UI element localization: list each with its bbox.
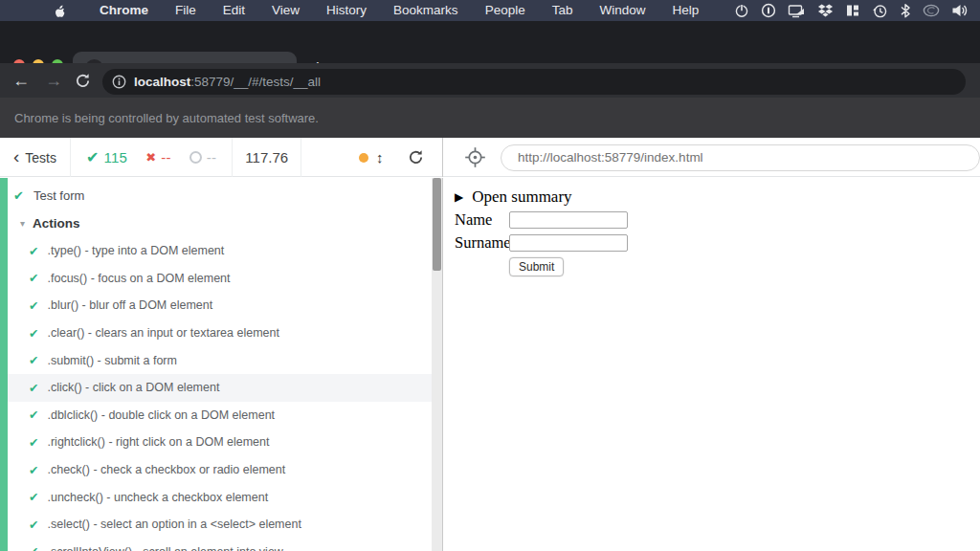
check-icon: ✔ bbox=[29, 435, 38, 450]
aut-frame: ▶ Open summary Name Surname Submit bbox=[444, 178, 980, 551]
test-item-type[interactable]: ✔ .type() - type into a DOM element bbox=[8, 237, 433, 265]
viewport-scale-icon[interactable]: ↕ bbox=[376, 149, 384, 165]
pending-count: -- bbox=[207, 149, 217, 165]
check-icon: ✔ bbox=[29, 298, 38, 313]
aut-url-input[interactable] bbox=[501, 144, 980, 171]
site-info-icon[interactable] bbox=[112, 75, 126, 89]
test-item-label: .type() - type into a DOM element bbox=[47, 244, 224, 257]
test-item-select[interactable]: ✔ .select() - select an option in a <sel… bbox=[8, 511, 433, 539]
suite-pass-strip bbox=[0, 178, 8, 551]
macos-menubar: Chrome File Edit View History Bookmarks … bbox=[0, 0, 980, 21]
check-icon: ✔ bbox=[29, 518, 38, 532]
menu-file[interactable]: File bbox=[162, 0, 210, 21]
test-item-label: .select() - select an option in a <selec… bbox=[47, 518, 301, 531]
runner-header: ‹ Tests ✔ 115 ✖ -- -- 117.76 bbox=[0, 138, 980, 177]
test-stats: ✔ 115 ✖ -- -- bbox=[71, 138, 233, 177]
menu-help[interactable]: Help bbox=[658, 0, 712, 21]
passed-count: 115 bbox=[103, 149, 127, 165]
test-item-focus[interactable]: ✔ .focus() - focus on a DOM element bbox=[8, 265, 433, 293]
test-item-uncheck[interactable]: ✔ .uncheck() - uncheck a checkbox elemen… bbox=[8, 483, 433, 511]
test-item-blur[interactable]: ✔ .blur() - blur off a DOM element bbox=[8, 292, 433, 320]
test-item-label: .clear() - clears an input or textarea e… bbox=[47, 326, 278, 340]
test-item-label: .focus() - focus on a DOM element bbox=[47, 272, 230, 285]
menu-people[interactable]: People bbox=[472, 0, 539, 21]
menu-edit[interactable]: Edit bbox=[210, 0, 258, 21]
window-tiles-icon[interactable] bbox=[845, 3, 860, 18]
automation-banner-text: Chrome is being controlled by automated … bbox=[14, 111, 319, 125]
surname-row: Surname bbox=[455, 233, 980, 253]
menu-chrome[interactable]: Chrome bbox=[86, 0, 162, 21]
stat-pending[interactable]: -- bbox=[189, 149, 217, 165]
surname-label: Surname bbox=[455, 233, 509, 253]
surname-input[interactable] bbox=[509, 234, 628, 252]
test-item-scrollintoview[interactable]: ✔ .scrollIntoView() - scroll an element … bbox=[8, 539, 433, 551]
back-icon[interactable]: ← bbox=[8, 63, 34, 98]
test-item-label: .blur() - blur off a DOM element bbox=[47, 298, 212, 312]
name-input[interactable] bbox=[509, 211, 628, 229]
test-item-label: .uncheck() - uncheck a checkbox element bbox=[47, 491, 268, 504]
back-to-tests-button[interactable]: ‹ Tests bbox=[0, 138, 71, 177]
check-icon: ✔ bbox=[13, 188, 24, 203]
summary-label: Open summary bbox=[472, 187, 571, 207]
menu-history[interactable]: History bbox=[313, 0, 380, 21]
suite-title: Test form bbox=[33, 188, 84, 203]
triangle-right-icon: ▶ bbox=[455, 190, 463, 205]
apple-menu[interactable] bbox=[53, 3, 67, 19]
time-machine-icon[interactable] bbox=[872, 3, 888, 19]
menubar-status-icons bbox=[734, 3, 980, 19]
test-list-scrollbar[interactable] bbox=[432, 178, 442, 551]
test-item-dblclick[interactable]: ✔ .dblclick() - double click on a DOM el… bbox=[8, 402, 433, 430]
back-to-tests-label: Tests bbox=[25, 150, 56, 165]
dropbox-icon[interactable] bbox=[817, 3, 834, 18]
forward-icon[interactable]: → bbox=[40, 63, 67, 98]
bluetooth-icon[interactable] bbox=[900, 3, 911, 19]
url-path: :58779/__/#/tests/__all bbox=[190, 75, 321, 89]
cypress-runner: ‹ Tests ✔ 115 ✖ -- -- 117.76 bbox=[0, 138, 980, 551]
check-icon: ✔ bbox=[29, 463, 38, 477]
test-item-submit[interactable]: ✔ .submit() - submit a form bbox=[8, 346, 433, 374]
submit-button[interactable]: Submit bbox=[509, 257, 564, 276]
url-host: localhost bbox=[134, 75, 190, 89]
submit-row: Submit bbox=[455, 257, 980, 276]
automation-banner: Chrome is being controlled by automated … bbox=[0, 98, 980, 138]
menu-tab[interactable]: Tab bbox=[539, 0, 587, 21]
test-item-label: .rightclick() - right click on a DOM ele… bbox=[47, 435, 269, 449]
test-item-label: .scrollIntoView() - scroll an element in… bbox=[47, 545, 282, 551]
menu-view[interactable]: View bbox=[258, 0, 313, 21]
address-bar[interactable]: localhost:58779/__/#/tests/__all bbox=[102, 69, 966, 95]
check-icon: ✔ bbox=[29, 353, 38, 367]
scrollbar-thumb[interactable] bbox=[433, 178, 441, 271]
restart-tests-button[interactable] bbox=[407, 148, 425, 166]
test-item-check[interactable]: ✔ .check() - check a checkbox or radio e… bbox=[8, 456, 433, 484]
volume-icon[interactable] bbox=[951, 3, 969, 18]
reporter-test-list: ✔ Test form ▾ Actions ✔ .type() - type i… bbox=[0, 178, 443, 551]
test-duration: 117.76 bbox=[233, 138, 301, 177]
test-list: ✔ Test form ▾ Actions ✔ .type() - type i… bbox=[8, 178, 433, 551]
caret-down-icon: ▾ bbox=[20, 218, 25, 229]
failed-count: -- bbox=[161, 149, 171, 165]
name-label: Name bbox=[455, 210, 509, 230]
info-circle-icon[interactable] bbox=[761, 3, 776, 18]
reload-icon[interactable] bbox=[71, 69, 94, 92]
passed-check-icon: ✔ bbox=[86, 148, 99, 166]
swirl-icon[interactable] bbox=[923, 3, 940, 18]
test-item-clear[interactable]: ✔ .clear() - clears an input or textarea… bbox=[8, 320, 433, 347]
screen-mirroring-icon[interactable] bbox=[788, 3, 806, 18]
selector-playground-icon[interactable] bbox=[464, 146, 486, 168]
chrome-toolbar: ← → localhost:58779/__/#/tests/__all bbox=[0, 63, 980, 98]
open-summary-details[interactable]: ▶ Open summary bbox=[455, 187, 980, 207]
apple-icon bbox=[53, 3, 67, 19]
stat-passed[interactable]: ✔ 115 bbox=[86, 148, 127, 166]
menu-window[interactable]: Window bbox=[586, 0, 658, 21]
power-icon[interactable] bbox=[734, 3, 749, 18]
menu-items: Chrome File Edit View History Bookmarks … bbox=[86, 0, 712, 21]
test-item-click[interactable]: ✔ .click() - click on a DOM element bbox=[8, 374, 433, 402]
test-item-rightclick[interactable]: ✔ .rightclick() - right click on a DOM e… bbox=[8, 429, 433, 456]
test-item-label: .click() - click on a DOM element bbox=[47, 381, 219, 394]
pending-circle-icon bbox=[189, 151, 202, 164]
menu-bookmarks[interactable]: Bookmarks bbox=[380, 0, 472, 21]
suite-test-form[interactable]: ✔ Test form bbox=[8, 181, 433, 209]
group-actions[interactable]: ▾ Actions bbox=[8, 209, 433, 237]
group-title: Actions bbox=[33, 216, 80, 231]
stat-failed[interactable]: ✖ -- bbox=[145, 149, 171, 165]
